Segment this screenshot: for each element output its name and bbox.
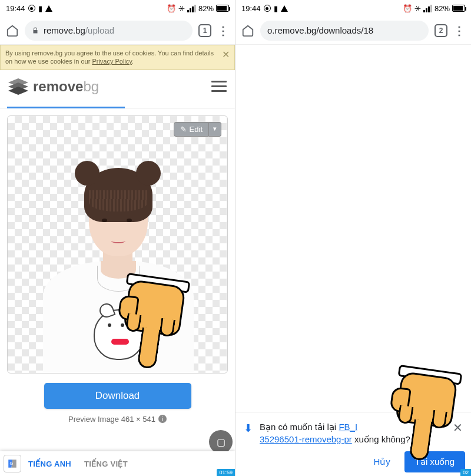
phone-right: 19:44 ▮ ⏰ ⚹ 82% o.remove.bg/downloads/18… — [236, 0, 471, 476]
status-time: 19:44 — [6, 4, 25, 13]
download-icon: ⬇ — [244, 422, 253, 435]
cookie-banner: By using remove.bg you agree to the use … — [0, 45, 235, 70]
notif-icon: ▮ — [274, 4, 278, 13]
preview-caption: Preview Image 461 × 541 i — [0, 415, 235, 424]
download-filename-link[interactable]: 35296501-removebg-pr — [260, 434, 352, 444]
lock-icon — [32, 27, 39, 34]
edit-button[interactable]: ✎Edit — [174, 122, 209, 137]
download-filename-link[interactable]: FB_I — [339, 422, 357, 432]
google-translate-icon[interactable]: G — [4, 455, 21, 472]
translate-bar: G TIẾNG ANH TIẾNG VIỆT — [0, 451, 235, 476]
menu-icon[interactable]: ⋮ — [453, 24, 465, 38]
alarm-icon: ⏰ — [167, 4, 176, 13]
home-icon[interactable] — [241, 24, 254, 37]
battery-icon — [452, 5, 465, 12]
timecode: 02 — [460, 469, 471, 476]
warning-icon — [281, 5, 288, 12]
brush-icon: ✎ — [180, 125, 187, 134]
download-button[interactable]: Download — [44, 383, 191, 409]
browser-toolbar: o.remove.bg/downloads/18 2 ⋮ — [236, 16, 471, 45]
close-icon[interactable]: ✕ — [222, 49, 230, 61]
battery-percent: 82% — [198, 4, 214, 13]
address-bar[interactable]: o.remove.bg/downloads/18 — [260, 21, 429, 41]
signal-icon — [423, 5, 432, 12]
battery-icon — [216, 5, 229, 12]
signal-icon — [187, 5, 196, 12]
pointer-hand-overlay — [110, 278, 198, 376]
wifi-icon: ⚹ — [178, 4, 185, 13]
lang-vietnamese[interactable]: TIẾNG VIỆT — [84, 460, 128, 468]
menu-icon[interactable]: ⋮ — [217, 24, 229, 38]
privacy-link[interactable]: Privacy Policy — [92, 58, 132, 65]
tab-count[interactable]: 1 — [198, 24, 211, 37]
home-icon[interactable] — [6, 24, 19, 37]
status-bar: 19:44 ▮ ⏰ ⚹ 82% — [236, 0, 471, 16]
address-bar[interactable]: remove.bg/upload — [25, 21, 193, 41]
pointer-hand-overlay — [382, 370, 470, 468]
record-icon — [264, 5, 271, 12]
info-icon[interactable]: i — [158, 415, 167, 423]
url-text: remove.bg/upload — [44, 25, 114, 35]
svg-text:G: G — [10, 461, 14, 466]
battery-percent: 82% — [434, 4, 450, 13]
result-tabs — [0, 103, 235, 108]
lang-english[interactable]: TIẾNG ANH — [28, 460, 71, 468]
status-time: 19:44 — [241, 4, 261, 13]
site-header: removebg — [0, 70, 235, 103]
status-bar: 19:44 ▮ ⏰ ⚹ 82% — [0, 0, 235, 16]
phone-left: 19:44 ▮ ⏰ ⚹ 82% remove.bg/upload 1 ⋮ — [0, 0, 236, 476]
hamburger-icon[interactable] — [211, 81, 227, 92]
warning-icon — [45, 5, 52, 12]
layers-icon — [8, 78, 28, 95]
alarm-icon: ⏰ — [403, 4, 412, 13]
timecode: 01:59 — [217, 469, 235, 476]
tab-count[interactable]: 2 — [434, 24, 447, 37]
edit-dropdown[interactable]: ▾ — [209, 122, 221, 137]
record-icon — [28, 5, 35, 12]
edit-button-group: ✎Edit ▾ — [174, 122, 221, 137]
tab-active-underline — [7, 103, 125, 108]
scroll-fab[interactable]: ▢ — [209, 430, 233, 454]
svg-marker-2 — [8, 87, 28, 95]
url-text: o.remove.bg/downloads/18 — [267, 25, 373, 35]
notif-icon: ▮ — [38, 4, 42, 13]
wifi-icon: ⚹ — [414, 4, 421, 13]
logo[interactable]: removebg — [8, 78, 99, 95]
browser-toolbar: remove.bg/upload 1 ⋮ — [0, 16, 235, 45]
